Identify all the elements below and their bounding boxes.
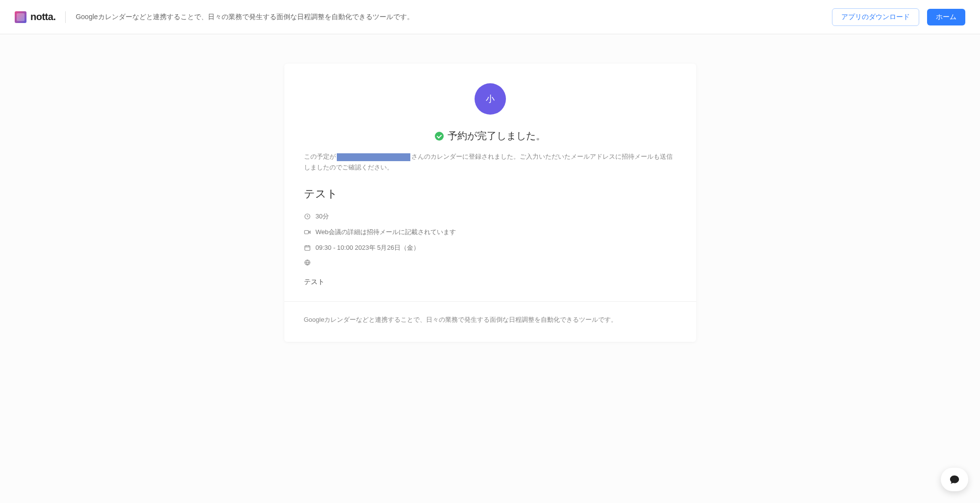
chat-bubble-icon: [949, 474, 960, 485]
duration-text: 30分: [316, 212, 329, 221]
app-header: notta. Googleカレンダーなどと連携することで、日々の業務で発生する面…: [0, 0, 980, 34]
home-button[interactable]: ホーム: [927, 9, 965, 25]
subtitle-prefix: この予定が: [304, 153, 336, 160]
success-title: 予約が完了しました。: [448, 129, 546, 143]
note-text: テスト: [304, 278, 677, 287]
redacted-name: [337, 153, 410, 161]
duration-row: 30分: [304, 212, 677, 221]
confirmation-subtitle: この予定がさんのカレンダーに登録されました。ご入力いただいたメールアドレスに招待…: [304, 151, 677, 173]
card-footer: Googleカレンダーなどと連携することで、日々の業務で発生する面倒な日程調整を…: [284, 301, 696, 342]
logo-text: notta.: [30, 11, 55, 23]
check-circle-icon: [435, 132, 444, 141]
globe-icon: [304, 259, 311, 266]
datetime-row: 09:30 - 10:00 2023年 5月26日（金）: [304, 243, 677, 252]
calendar-icon: [304, 244, 311, 251]
footer-text: Googleカレンダーなどと連携することで、日々の業務で発生する面倒な日程調整を…: [304, 314, 677, 325]
header-right: アプリのダウンロード ホーム: [832, 8, 965, 26]
header-divider: [65, 11, 66, 23]
header-left: notta. Googleカレンダーなどと連携することで、日々の業務で発生する面…: [15, 11, 414, 23]
organizer-avatar: 小: [475, 83, 506, 115]
card-body: 小 予約が完了しました。 この予定がさんのカレンダーに登録されました。ご入力いた…: [284, 64, 696, 301]
chat-widget-button[interactable]: [941, 468, 968, 491]
main-content: 小 予約が完了しました。 この予定がさんのカレンダーに登録されました。ご入力いた…: [0, 34, 980, 371]
meeting-row: Web会議の詳細は招待メールに記載されています: [304, 228, 677, 237]
header-tagline: Googleカレンダーなどと連携することで、日々の業務で発生する面倒な日程調整を…: [75, 13, 413, 22]
clock-icon: [304, 213, 311, 220]
confirmation-card: 小 予約が完了しました。 この予定がさんのカレンダーに登録されました。ご入力いた…: [284, 64, 696, 342]
svg-rect-1: [304, 231, 308, 234]
download-app-button[interactable]: アプリのダウンロード: [832, 8, 919, 26]
success-row: 予約が完了しました。: [304, 129, 677, 143]
video-icon: [304, 229, 311, 236]
meeting-info-text: Web会議の詳細は招待メールに記載されています: [316, 228, 456, 237]
globe-row: [304, 259, 677, 266]
logo[interactable]: notta.: [15, 11, 55, 23]
svg-rect-2: [304, 246, 310, 250]
logo-icon: [15, 11, 26, 23]
event-title: テスト: [304, 187, 677, 201]
datetime-text: 09:30 - 10:00 2023年 5月26日（金）: [316, 243, 420, 252]
